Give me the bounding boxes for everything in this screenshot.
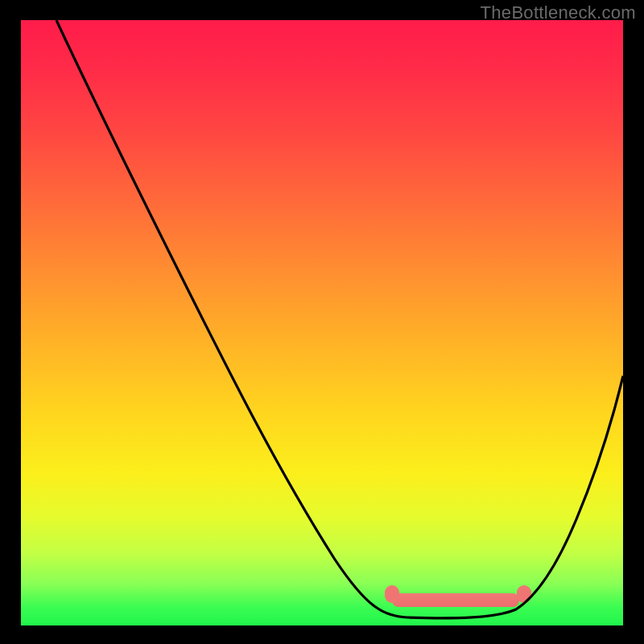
plot-area (21, 20, 623, 625)
chart-frame: TheBottleneck.com (0, 0, 644, 644)
bottleneck-curve-path (56, 20, 623, 618)
bottleneck-curve (21, 20, 623, 625)
